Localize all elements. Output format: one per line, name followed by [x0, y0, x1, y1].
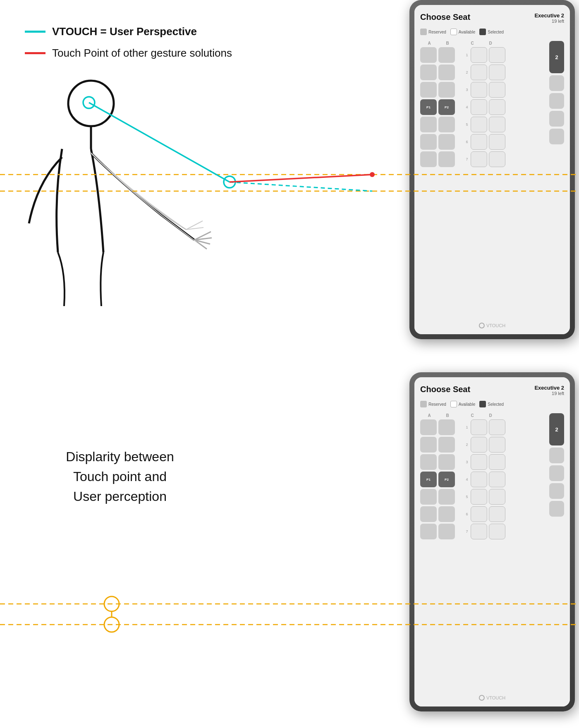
seat-3C-top[interactable]: [471, 82, 487, 98]
seat-3A-top[interactable]: [420, 82, 437, 98]
col-c-top: C: [463, 41, 481, 46]
seat-legend-bottom: Reserved Available Selected: [420, 401, 564, 407]
legend-available-bottom: Available: [450, 401, 475, 407]
col-c-bottom: C: [463, 413, 481, 418]
seat-7C-top[interactable]: [471, 151, 487, 167]
seat-7A-top[interactable]: [420, 151, 437, 167]
seat-7D-bot[interactable]: [489, 524, 505, 539]
seat-4B-bot[interactable]: P2: [438, 472, 455, 487]
right-seat-5-bot[interactable]: [549, 483, 564, 499]
seat-7D-top[interactable]: [489, 151, 505, 167]
seat-4D-bot[interactable]: [489, 472, 505, 487]
disparity-line2: Touch point and: [41, 467, 199, 486]
swatch-reserved-bottom: [420, 401, 427, 407]
right-seat-4-top[interactable]: [549, 93, 564, 109]
selected-label-top: Selected: [488, 30, 504, 34]
seat-3D-top[interactable]: [489, 82, 505, 98]
vtouch-logo-bottom: VTOUCH: [479, 695, 505, 701]
seat-5B-top[interactable]: [438, 117, 455, 132]
seat-class-top: Executive 2: [534, 12, 564, 19]
seat-6D-top[interactable]: [489, 134, 505, 150]
swatch-available-bottom: [450, 401, 457, 407]
seat-6A-bot[interactable]: [420, 506, 437, 522]
seat-2C-top[interactable]: [471, 65, 487, 80]
right-seat-5-top[interactable]: [549, 111, 564, 127]
red-line-swatch: [25, 52, 45, 54]
seat-4C-bot[interactable]: [471, 472, 487, 487]
seat-4C-top[interactable]: [471, 99, 487, 115]
seat-2C-bot[interactable]: [471, 437, 487, 453]
seat-1D-top[interactable]: [489, 47, 505, 63]
seat-count-bottom: 19 left: [534, 391, 564, 396]
seat-legend-top: Reserved Available Selected: [420, 29, 564, 35]
seat-6A-top[interactable]: [420, 134, 437, 150]
seat-1D-bot[interactable]: [489, 419, 505, 435]
seat-1C-top[interactable]: [471, 47, 487, 63]
right-seat-3-top[interactable]: [549, 75, 564, 91]
seat-3A-bot[interactable]: [420, 454, 437, 470]
seat-7C-bot[interactable]: [471, 524, 487, 539]
seat-2D-top[interactable]: [489, 65, 505, 80]
available-label-bottom: Available: [459, 402, 475, 407]
seat-4A-top[interactable]: P1: [420, 99, 437, 115]
bottom-section: Displarity between Touch point and User …: [0, 364, 579, 728]
col-d-top: D: [481, 41, 500, 46]
seat-info-bottom: Executive 2 19 left: [534, 385, 564, 396]
seat-4D-top[interactable]: [489, 99, 505, 115]
disparity-text: Displarity between Touch point and User …: [41, 447, 199, 506]
seat-6D-bot[interactable]: [489, 506, 505, 522]
seat-5A-top[interactable]: [420, 117, 437, 132]
seat-1A-bot[interactable]: [420, 419, 437, 435]
right-seat-6-top[interactable]: [549, 129, 564, 144]
right-seat-2-top[interactable]: 2: [549, 41, 564, 73]
seat-1C-bot[interactable]: [471, 419, 487, 435]
seat-5B-bot[interactable]: [438, 489, 455, 505]
seat-2D-bot[interactable]: [489, 437, 505, 453]
seat-5C-top[interactable]: [471, 117, 487, 132]
seat-6C-top[interactable]: [471, 134, 487, 150]
seat-3B-bot[interactable]: [438, 454, 455, 470]
right-seat-6-bot[interactable]: [549, 501, 564, 517]
right-seat-4-bot[interactable]: [549, 465, 564, 481]
seat-7B-top[interactable]: [438, 151, 455, 167]
person-illustration: [12, 66, 232, 323]
swatch-available-top: [450, 29, 457, 35]
seat-2B-bot[interactable]: [438, 437, 455, 453]
seat-6B-top[interactable]: [438, 134, 455, 150]
col-d-bottom: D: [481, 413, 500, 418]
legend-available-top: Available: [450, 29, 475, 35]
seat-4B-top[interactable]: P2: [438, 99, 455, 115]
seat-3D-bot[interactable]: [489, 454, 505, 470]
seat-5A-bot[interactable]: [420, 489, 437, 505]
seat-1B-top[interactable]: [438, 47, 455, 63]
vtouch-logo-top: VTOUCH: [479, 323, 505, 328]
vtouch-bird-bottom: [479, 695, 485, 701]
seat-6B-bot[interactable]: [438, 506, 455, 522]
seat-4A-bot[interactable]: P1: [420, 472, 437, 487]
seat-5C-bot[interactable]: [471, 489, 487, 505]
seat-info-top: Executive 2 19 left: [534, 12, 564, 24]
seat-7A-bot[interactable]: [420, 524, 437, 539]
disparity-line1: Displarity between: [41, 447, 199, 467]
reserved-label-bottom: Reserved: [428, 402, 446, 407]
tablet-bottom: Choose Seat Executive 2 19 left Reserved: [409, 372, 575, 711]
seat-5D-top[interactable]: [489, 117, 505, 132]
seat-class-bottom: Executive 2: [534, 385, 564, 391]
seat-2B-top[interactable]: [438, 65, 455, 80]
right-seat-3-bot[interactable]: [549, 448, 564, 463]
seat-2A-bot[interactable]: [420, 437, 437, 453]
seat-2A-top[interactable]: [420, 65, 437, 80]
seat-title-bottom: Choose Seat: [420, 385, 470, 394]
seat-3B-top[interactable]: [438, 82, 455, 98]
seat-1B-bot[interactable]: [438, 419, 455, 435]
seat-1A-top[interactable]: [420, 47, 437, 63]
legend: VTOUCH = User Perspective Touch Point of…: [25, 25, 232, 68]
seat-3C-bot[interactable]: [471, 454, 487, 470]
seat-7B-bot[interactable]: [438, 524, 455, 539]
vtouch-label: VTOUCH = User Perspective: [52, 25, 197, 39]
tablet-inner-bottom: Choose Seat Executive 2 19 left Reserved: [414, 377, 570, 706]
right-seat-2-bot[interactable]: 2: [549, 413, 564, 445]
seat-6C-bot[interactable]: [471, 506, 487, 522]
seat-5D-bot[interactable]: [489, 489, 505, 505]
touch-label: Touch Point of other gesture solutions: [52, 46, 232, 60]
